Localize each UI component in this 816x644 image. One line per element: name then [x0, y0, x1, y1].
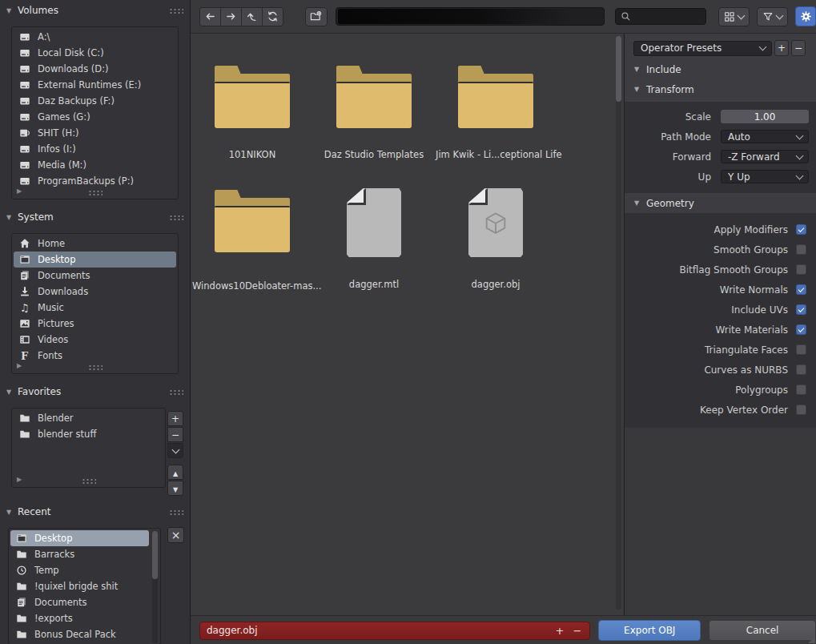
- recent-item[interactable]: Documents: [10, 594, 159, 610]
- panel-grip-icon[interactable]: [169, 215, 183, 220]
- create-directory-button[interactable]: [305, 7, 328, 26]
- resize-grip-icon[interactable]: [88, 190, 103, 195]
- panel-header-recent[interactable]: Recent: [0, 503, 190, 521]
- display-mode-button[interactable]: [718, 7, 749, 26]
- volume-item[interactable]: Local Disk (C:): [14, 45, 176, 61]
- toggle-options-button[interactable]: [795, 6, 816, 26]
- system-item-music[interactable]: ♫Music: [14, 300, 176, 316]
- recent-item[interactable]: !exports: [10, 610, 159, 626]
- directory-path-input[interactable]: [336, 7, 605, 26]
- panel-header-system[interactable]: System: [0, 208, 190, 226]
- favorite-item[interactable]: blender stuff: [14, 426, 163, 442]
- system-item-home[interactable]: Home: [14, 235, 176, 252]
- checkbox[interactable]: [796, 405, 806, 415]
- collapse-triangle-icon[interactable]: [6, 509, 18, 516]
- recent-item[interactable]: Desktop: [10, 530, 149, 546]
- panel-header-favorites[interactable]: Favorites: [0, 383, 190, 400]
- filter-button[interactable]: [757, 7, 788, 26]
- file-area-scrollbar-track[interactable]: [616, 36, 621, 610]
- volume-item[interactable]: Infos (I:): [14, 141, 176, 157]
- checkbox[interactable]: [796, 384, 806, 395]
- forward-arrow-icon: [225, 10, 237, 22]
- forward-axis-dropdown[interactable]: -Z Forward: [721, 150, 809, 163]
- expand-triangle-icon[interactable]: [17, 362, 22, 369]
- expand-triangle-icon[interactable]: [17, 187, 22, 195]
- panel-header-volumes[interactable]: Volumes: [0, 2, 190, 19]
- export-obj-button[interactable]: Export OBJ: [598, 620, 701, 641]
- file-area-scrollbar-thumb[interactable]: [616, 36, 621, 102]
- decrement-filename-icon[interactable]: [573, 625, 581, 637]
- recent-item[interactable]: Bonus Decal Pack: [10, 626, 159, 642]
- file-item[interactable]: Jim Kwik - Li...ceptional Life: [436, 66, 556, 128]
- cancel-button[interactable]: Cancel: [709, 620, 816, 641]
- volume-item[interactable]: SHIT (H:): [14, 125, 176, 141]
- remove-preset-button[interactable]: [791, 40, 806, 56]
- system-item-videos[interactable]: Videos: [14, 332, 176, 348]
- filename-input[interactable]: dagger.obj: [199, 622, 590, 640]
- resize-grip-icon[interactable]: [82, 478, 96, 484]
- checkbox[interactable]: [796, 264, 806, 275]
- volume-item[interactable]: Daz Backups (F:): [14, 93, 176, 109]
- favorites-specials-menu-button[interactable]: [167, 443, 183, 458]
- recent-item[interactable]: Barracks: [10, 546, 159, 562]
- volume-item[interactable]: A:\: [14, 29, 176, 45]
- back-button[interactable]: [200, 8, 221, 26]
- favorite-item[interactable]: Blender: [14, 410, 163, 426]
- collapse-triangle-icon[interactable]: [6, 388, 18, 396]
- checkbox[interactable]: [796, 324, 806, 335]
- move-favorite-down-button[interactable]: [167, 481, 183, 496]
- checkbox[interactable]: [796, 244, 806, 255]
- system-item-downloads[interactable]: Downloads: [14, 284, 176, 300]
- collapse-triangle-icon[interactable]: [6, 7, 18, 14]
- file-item[interactable]: dagger.mtl: [314, 188, 434, 257]
- increment-filename-icon[interactable]: [555, 625, 564, 637]
- checkbox[interactable]: [796, 224, 806, 235]
- recent-item[interactable]: !quixel brigde shit: [10, 578, 159, 594]
- system-item-desktop[interactable]: Desktop: [14, 252, 176, 268]
- remove-favorite-button[interactable]: [167, 427, 183, 442]
- add-preset-button[interactable]: [774, 40, 789, 56]
- panel-grip-icon[interactable]: [169, 8, 183, 14]
- system-item-documents[interactable]: Documents: [14, 268, 176, 284]
- refresh-button[interactable]: [263, 8, 283, 26]
- recent-scrollbar-thumb[interactable]: [152, 531, 158, 579]
- section-header-geometry[interactable]: Geometry: [625, 193, 816, 213]
- collapse-triangle-icon[interactable]: [6, 214, 18, 221]
- file-item[interactable]: dagger.obj: [436, 188, 556, 257]
- panel-grip-icon[interactable]: [169, 389, 183, 395]
- section-header-include[interactable]: Include: [625, 59, 816, 79]
- volume-item[interactable]: External Runtimes (E:): [14, 77, 176, 93]
- resize-grip-icon[interactable]: [88, 364, 103, 370]
- checkbox[interactable]: [796, 364, 806, 375]
- volume-item[interactable]: ProgramBackups (P:): [14, 173, 176, 189]
- file-item[interactable]: Daz Studio Templates: [314, 66, 434, 128]
- area-resize-corner-icon[interactable]: [808, 636, 815, 643]
- checkbox[interactable]: [796, 284, 806, 295]
- volume-item[interactable]: Media (M:): [14, 157, 176, 173]
- recent-item[interactable]: Temp: [10, 562, 159, 578]
- search-input[interactable]: [615, 8, 706, 25]
- forward-button[interactable]: [221, 8, 242, 26]
- volume-item[interactable]: Downloads (D:): [14, 61, 176, 77]
- file-item[interactable]: Windows10Debloater-mas...: [192, 190, 312, 252]
- operator-presets-dropdown[interactable]: Operator Presets: [633, 41, 772, 56]
- system-item-fonts[interactable]: FFonts: [14, 348, 176, 364]
- file-item[interactable]: 101NIKON: [192, 66, 312, 128]
- checkbox[interactable]: [796, 344, 806, 355]
- add-favorite-button[interactable]: [167, 411, 183, 426]
- section-header-transform[interactable]: Transform: [625, 79, 816, 99]
- drive-icon: [18, 175, 30, 187]
- move-favorite-up-button[interactable]: [167, 465, 183, 480]
- panel-empty-space: [625, 428, 816, 615]
- expand-triangle-icon[interactable]: [17, 476, 22, 483]
- up-axis-dropdown[interactable]: Y Up: [721, 170, 809, 183]
- up-directory-button[interactable]: [242, 8, 263, 26]
- panel-grip-icon[interactable]: [169, 509, 183, 515]
- volume-item[interactable]: Games (G:): [14, 109, 176, 125]
- path-mode-dropdown[interactable]: Auto: [721, 130, 809, 143]
- system-item-pictures[interactable]: Pictures: [14, 316, 176, 332]
- checkbox[interactable]: [796, 304, 806, 315]
- clear-recent-button[interactable]: [167, 527, 184, 543]
- scale-number-field[interactable]: 1.00: [721, 110, 809, 123]
- file-grid-area[interactable]: 101NIKON Daz Studio Templates Jim Kwik -…: [191, 34, 624, 615]
